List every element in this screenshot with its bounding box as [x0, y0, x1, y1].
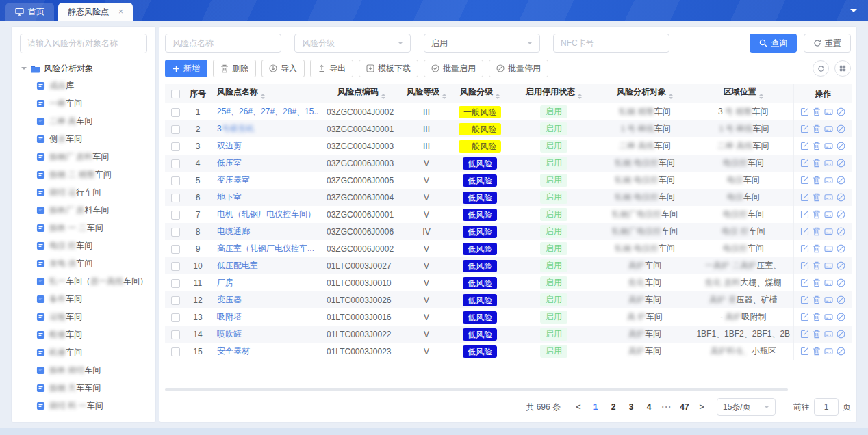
refresh-table-button[interactable]	[813, 60, 829, 77]
tree-item[interactable]: 炼钢厂 原料车间	[20, 148, 147, 166]
risk-point-link[interactable]: 厂房	[217, 278, 233, 287]
sort-icon[interactable]	[496, 92, 500, 101]
nfc-card-icon[interactable]	[824, 210, 833, 219]
row-checkbox[interactable]	[171, 194, 180, 202]
edit-icon[interactable]	[800, 176, 809, 185]
disable-icon[interactable]	[837, 244, 845, 253]
goto-page-input[interactable]	[814, 398, 839, 416]
edit-icon[interactable]	[800, 330, 809, 339]
tree-item[interactable]: 侧水车间	[20, 131, 147, 148]
edit-icon[interactable]	[800, 193, 809, 202]
page-number[interactable]: 2	[604, 402, 622, 412]
risk-point-link[interactable]: 喷吹罐	[217, 329, 242, 339]
nfc-card-icon[interactable]	[824, 261, 833, 270]
tree-item[interactable]: 二棒 高车间	[20, 113, 147, 131]
nfc-card-icon[interactable]	[824, 244, 833, 253]
page-number[interactable]: 4	[640, 402, 658, 412]
sort-icon[interactable]	[669, 92, 673, 101]
delete-icon[interactable]	[813, 313, 821, 321]
row-checkbox[interactable]	[171, 262, 180, 271]
page-size-select[interactable]: 15条/页	[717, 398, 776, 416]
tree-item[interactable]: 炼铁 一 二车间	[20, 220, 147, 237]
nfc-card-icon[interactable]	[824, 347, 833, 356]
edit-icon[interactable]	[800, 159, 809, 168]
nfc-card-icon[interactable]	[824, 176, 833, 185]
disable-icon[interactable]	[837, 210, 845, 219]
tree-item[interactable]: 备件车间	[20, 291, 147, 308]
row-checkbox[interactable]	[171, 125, 180, 134]
tree-item[interactable]: 炼钢 二 精整车间	[20, 166, 147, 184]
row-checkbox[interactable]	[171, 245, 180, 254]
prev-page-button[interactable]: <	[570, 402, 587, 412]
risk-point-link[interactable]: 低压室	[217, 158, 242, 168]
risk-point-link[interactable]: 25#、26#、27#、28#、15...	[217, 107, 318, 116]
disable-icon[interactable]	[837, 347, 845, 356]
delete-icon[interactable]	[813, 347, 821, 356]
header-name[interactable]: 风险点名称	[210, 84, 318, 103]
nfc-card-icon[interactable]	[824, 193, 833, 202]
delete-icon[interactable]	[813, 295, 821, 304]
tab-home[interactable]: 首页	[5, 3, 54, 21]
tree-item[interactable]: 一棒车间	[20, 95, 147, 113]
delete-icon[interactable]	[813, 193, 821, 202]
row-checkbox[interactable]	[171, 313, 180, 322]
nfc-card-input[interactable]	[553, 34, 669, 53]
search-button[interactable]: 查询	[750, 34, 797, 53]
reset-button[interactable]: 重置	[804, 34, 851, 53]
tree-item[interactable]: 炼钢 天车车间	[20, 380, 147, 397]
template-download-button[interactable]: 模板下载	[359, 60, 418, 77]
nfc-card-icon[interactable]	[824, 295, 833, 304]
next-page-button[interactable]: >	[693, 402, 710, 412]
nfc-card-icon[interactable]	[824, 124, 833, 133]
tree-item[interactable]: 轧一车间（原一高线车间）	[20, 273, 147, 291]
tree-item[interactable]: 电仪 控车间	[20, 237, 147, 255]
nfc-card-icon[interactable]	[824, 107, 833, 116]
page-ellipsis[interactable]: ···	[658, 402, 676, 412]
nfc-card-icon[interactable]	[824, 313, 833, 321]
enable-status-select[interactable]: 启用	[424, 34, 540, 53]
delete-icon[interactable]	[813, 244, 821, 253]
tree-item[interactable]: 检修车间	[20, 326, 147, 344]
risk-point-link[interactable]: 双边剪	[217, 141, 242, 150]
edit-icon[interactable]	[800, 347, 809, 356]
disable-icon[interactable]	[837, 124, 845, 133]
row-checkbox[interactable]	[171, 176, 180, 185]
delete-icon[interactable]	[813, 227, 821, 236]
disable-icon[interactable]	[837, 313, 845, 321]
tab-close-icon[interactable]: ×	[118, 8, 123, 16]
disable-icon[interactable]	[837, 176, 845, 185]
export-button[interactable]: 导出	[310, 60, 353, 77]
tree-item[interactable]: 烧结 料 一车间	[20, 397, 147, 415]
header-object[interactable]: 风险分析对象	[596, 84, 693, 103]
edit-icon[interactable]	[800, 210, 809, 219]
risk-point-link[interactable]: 地下室	[217, 192, 242, 202]
page-number[interactable]: 1	[587, 402, 604, 412]
disable-icon[interactable]	[837, 107, 845, 116]
edit-icon[interactable]	[800, 107, 809, 116]
disable-icon[interactable]	[837, 142, 845, 150]
batch-enable-button[interactable]: 批量启用	[424, 60, 483, 77]
sort-icon[interactable]	[261, 92, 265, 101]
sort-icon[interactable]	[442, 92, 446, 101]
sort-icon[interactable]	[759, 92, 763, 101]
analysis-object-search-input[interactable]	[20, 34, 147, 53]
tree-item[interactable]: 机修车间	[20, 344, 147, 362]
disable-icon[interactable]	[837, 295, 845, 304]
disable-icon[interactable]	[837, 278, 845, 287]
row-checkbox[interactable]	[171, 211, 180, 220]
edit-icon[interactable]	[800, 244, 809, 253]
edit-icon[interactable]	[800, 142, 809, 150]
risk-point-link[interactable]: 电缆通廊	[217, 226, 250, 236]
row-checkbox[interactable]	[171, 347, 180, 356]
topbar-caret-icon[interactable]	[850, 9, 857, 16]
sort-icon[interactable]	[578, 92, 582, 101]
add-button[interactable]: 新增	[165, 60, 207, 77]
delete-icon[interactable]	[813, 107, 821, 116]
row-checkbox[interactable]	[171, 159, 180, 168]
nfc-card-icon[interactable]	[824, 278, 833, 287]
delete-icon[interactable]	[813, 159, 821, 168]
delete-icon[interactable]	[813, 261, 821, 270]
nfc-card-icon[interactable]	[824, 227, 833, 236]
header-status[interactable]: 启用停用状态	[511, 84, 596, 103]
risk-point-link[interactable]: 变压器室	[217, 175, 250, 185]
